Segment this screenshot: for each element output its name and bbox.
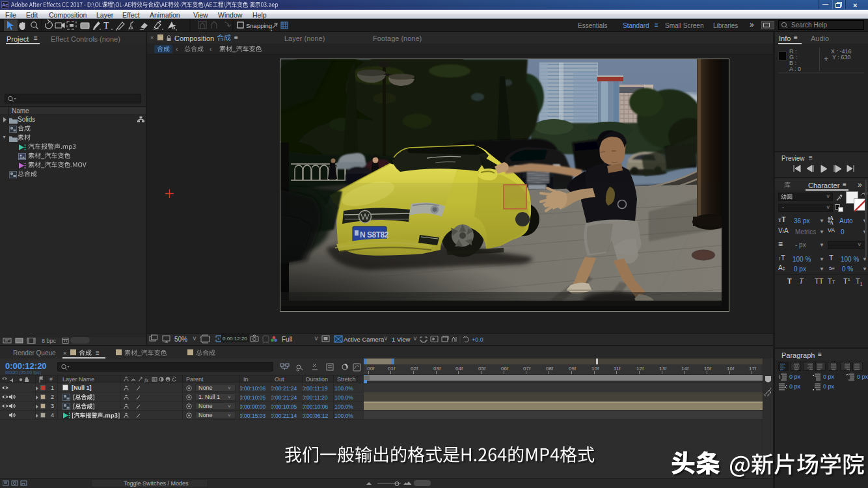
svg-text:fx: fx bbox=[144, 377, 148, 383]
svg-text:A: A bbox=[830, 220, 834, 224]
svg-text:T: T bbox=[103, 21, 109, 31]
svg-text:+0.0: +0.0 bbox=[472, 336, 483, 343]
svg-text:8 bpc: 8 bpc bbox=[42, 338, 57, 344]
svg-text:Snapping: Snapping bbox=[246, 22, 272, 29]
